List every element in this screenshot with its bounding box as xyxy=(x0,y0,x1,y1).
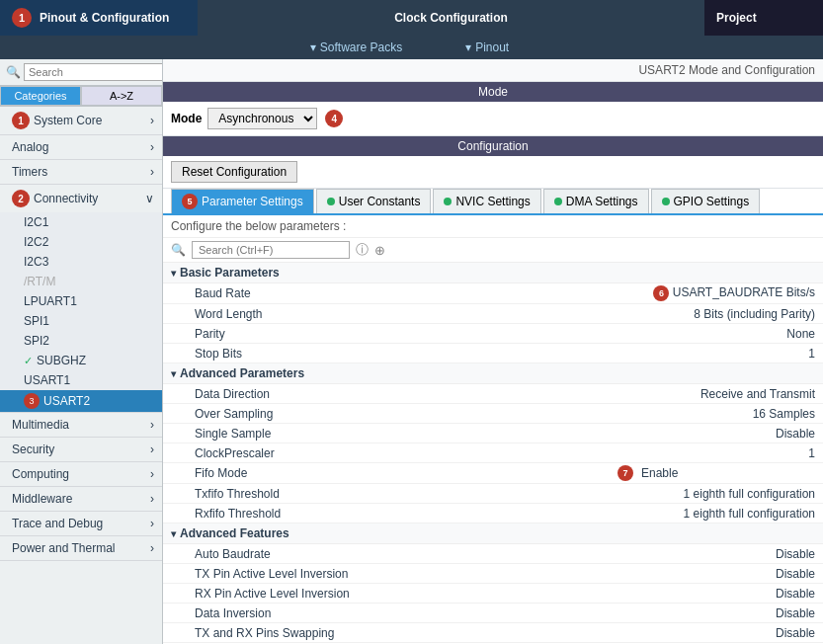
param-clock-prescaler: ClockPrescaler 1 xyxy=(163,443,823,463)
sidebar-item-timers[interactable]: Timers › xyxy=(0,160,162,184)
pinout-dropdown[interactable]: ▾ Pinout xyxy=(436,36,542,59)
sidebar-sub-lpuart1[interactable]: LPUART1 xyxy=(0,291,162,311)
sidebar-sub-usart1[interactable]: USART1 xyxy=(0,370,162,390)
info-icon[interactable]: ⓘ xyxy=(356,241,369,259)
sidebar-item-multimedia[interactable]: Multimedia › xyxy=(0,413,162,437)
tab-nvic-settings[interactable]: NVIC Settings xyxy=(433,189,540,213)
categories-tab[interactable]: Categories xyxy=(0,86,81,106)
param-tx-rx-swap: TX and RX Pins Swapping Disable xyxy=(163,623,823,643)
tab-user-constants[interactable]: User Constants xyxy=(316,189,432,213)
chevron-down-icon: ▾ xyxy=(171,368,176,379)
pinout-label: Pinout xyxy=(475,40,509,54)
dot-icon xyxy=(662,198,670,205)
mode-label: Mode xyxy=(171,112,202,125)
project-tab[interactable]: Project xyxy=(704,0,823,36)
chevron-down-icon: ▾ xyxy=(465,40,471,54)
chevron-down-icon: ▾ xyxy=(171,268,176,279)
reset-config-button[interactable]: Reset Configuration xyxy=(171,161,297,183)
badge-4: 4 xyxy=(325,110,343,127)
dot-icon xyxy=(444,198,452,205)
params-search-row: 🔍 ⓘ ⊕ xyxy=(163,238,823,263)
connectivity-group: 2Connectivity ∨ I2C1 I2C2 I2C3 /RT/M LPU… xyxy=(0,185,162,413)
system-core-group: 1System Core › xyxy=(0,107,162,135)
config-buttons: Reset Configuration xyxy=(163,156,823,189)
search-bar: 🔍 ⚙ xyxy=(0,59,162,86)
help-icon[interactable]: ⊕ xyxy=(374,243,385,258)
mode-row: Mode Asynchronous 4 xyxy=(163,102,823,136)
params-search-input[interactable] xyxy=(192,241,350,259)
badge-system-core: 1 xyxy=(12,112,30,129)
power-thermal-group: Power and Thermal › xyxy=(0,536,162,561)
param-tx-pin-inversion: TX Pin Active Level Inversion Disable xyxy=(163,564,823,584)
sidebar-item-trace-debug[interactable]: Trace and Debug › xyxy=(0,512,162,535)
trace-debug-group: Trace and Debug › xyxy=(0,512,162,536)
search-icon: 🔍 xyxy=(171,243,186,257)
category-tabs: Categories A->Z xyxy=(0,86,162,107)
sidebar-item-power-thermal[interactable]: Power and Thermal › xyxy=(0,536,162,560)
sidebar-sub-usart2[interactable]: 3 USART2 xyxy=(0,390,162,412)
chevron-right-icon: › xyxy=(150,517,154,530)
tab-gpio-settings[interactable]: GPIO Settings xyxy=(651,189,761,213)
clock-config-label: Clock Configuration xyxy=(394,11,508,25)
param-fifo-mode: Fifo Mode 7 Enable xyxy=(163,463,823,484)
mode-section-header: Mode xyxy=(163,82,823,102)
tab-dma-settings[interactable]: DMA Settings xyxy=(543,189,649,213)
az-tab[interactable]: A->Z xyxy=(81,86,162,106)
project-label: Project xyxy=(716,11,757,25)
param-parity: Parity None xyxy=(163,324,823,344)
timers-group: Timers › xyxy=(0,160,162,185)
badge-5: 5 xyxy=(182,194,198,209)
content-area: USART2 Mode and Configuration Mode Mode … xyxy=(163,59,823,644)
top-bar: 1 Pinout & Configuration Clock Configura… xyxy=(0,0,823,36)
param-single-sample: Single Sample Disable xyxy=(163,424,823,443)
mode-select[interactable]: Asynchronous xyxy=(207,108,317,129)
middleware-group: Middleware › xyxy=(0,487,162,512)
chevron-right-icon: › xyxy=(150,114,154,127)
software-packs-dropdown[interactable]: ▾ Software Packs xyxy=(281,36,436,59)
params-content: ▾ Basic Parameters Baud Rate 6 USART_BAU… xyxy=(163,263,823,644)
param-auto-baudrate: Auto Baudrate Disable xyxy=(163,544,823,564)
pinout-config-tab[interactable]: 1 Pinout & Configuration xyxy=(0,0,198,36)
param-stop-bits: Stop Bits 1 xyxy=(163,344,823,363)
sidebar-item-connectivity[interactable]: 2Connectivity ∨ xyxy=(0,185,162,212)
pinout-config-label: Pinout & Configuration xyxy=(40,11,169,25)
basic-params-header[interactable]: ▾ Basic Parameters xyxy=(163,263,823,283)
sidebar-sub-i2c3[interactable]: I2C3 xyxy=(0,252,162,272)
content-title: USART2 Mode and Configuration xyxy=(163,59,823,82)
chevron-right-icon: › xyxy=(150,443,154,456)
param-over-sampling: Over Sampling 16 Samples xyxy=(163,404,823,424)
computing-group: Computing › xyxy=(0,462,162,487)
badge-connectivity: 2 xyxy=(12,190,30,207)
config-section-header: Configuration xyxy=(163,136,823,156)
sidebar-sub-spi1[interactable]: SPI1 xyxy=(0,311,162,331)
search-input[interactable] xyxy=(24,63,163,81)
chevron-down-icon: ▾ xyxy=(171,528,176,539)
advanced-features-header[interactable]: ▾ Advanced Features xyxy=(163,523,823,544)
sidebar-item-security[interactable]: Security › xyxy=(0,438,162,461)
advanced-params-header[interactable]: ▾ Advanced Parameters xyxy=(163,363,823,384)
sidebar-sub-subghz[interactable]: SUBGHZ xyxy=(0,351,162,370)
tab-parameter-settings[interactable]: 5 Parameter Settings xyxy=(171,189,314,213)
sidebar-sub-i2c1[interactable]: I2C1 xyxy=(0,212,162,232)
search-icon: 🔍 xyxy=(6,65,21,79)
sub-bar: ▾ Software Packs ▾ Pinout xyxy=(0,36,823,59)
param-rxfifo-threshold: Rxfifo Threshold 1 eighth full configura… xyxy=(163,504,823,523)
sidebar-item-system-core[interactable]: 1System Core › xyxy=(0,107,162,134)
param-rx-pin-inversion: RX Pin Active Level Inversion Disable xyxy=(163,584,823,604)
params-label: Configure the below parameters : xyxy=(163,215,823,238)
sidebar-sub-i2c2[interactable]: I2C2 xyxy=(0,232,162,252)
sidebar-sub-spi2[interactable]: SPI2 xyxy=(0,331,162,351)
sidebar-item-computing[interactable]: Computing › xyxy=(0,462,162,486)
multimedia-group: Multimedia › xyxy=(0,413,162,438)
sidebar-item-analog[interactable]: Analog › xyxy=(0,135,162,159)
chevron-right-icon: › xyxy=(150,541,154,555)
chevron-right-icon: › xyxy=(150,492,154,506)
chevron-right-icon: › xyxy=(150,165,154,179)
badge-6: 6 xyxy=(653,285,669,301)
sidebar-sub-irtim: /RT/M xyxy=(0,272,162,291)
chevron-down-icon: ∨ xyxy=(145,192,154,205)
sidebar-item-middleware[interactable]: Middleware › xyxy=(0,487,162,511)
dot-icon xyxy=(554,198,562,205)
clock-config-tab[interactable]: Clock Configuration xyxy=(198,0,704,36)
badge-1: 1 xyxy=(12,8,32,28)
